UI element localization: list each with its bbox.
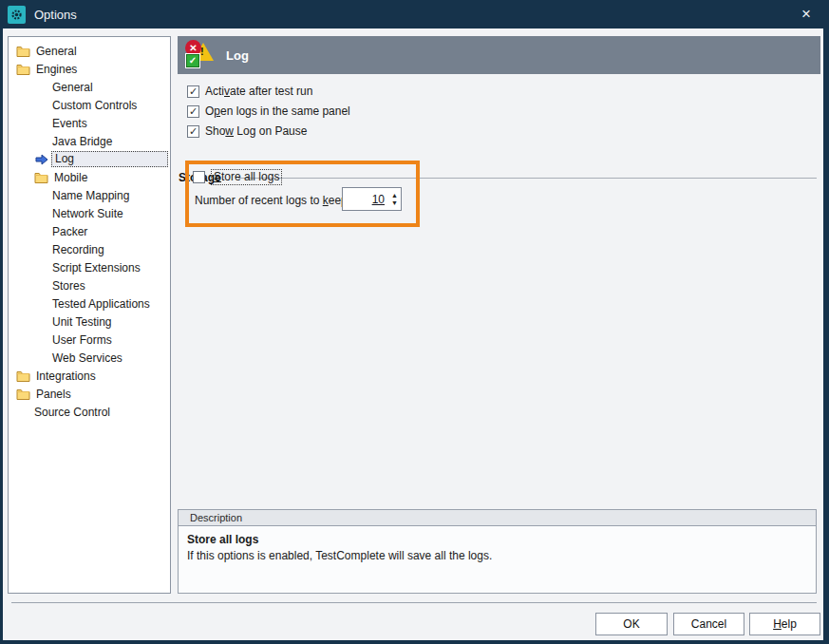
selected-arrow-icon: [35, 153, 48, 166]
tree-item-name-mapping[interactable]: Name Mapping: [9, 186, 170, 204]
checkbox-activate-after-test-run[interactable]: ✓ Activate after test run: [187, 83, 312, 100]
exclamation-glyph: !: [200, 46, 204, 57]
folder-icon: [16, 63, 30, 75]
tree-item-java-bridge[interactable]: Java Bridge: [9, 132, 170, 150]
storage-section-line: [238, 178, 817, 179]
tree-item-integrations[interactable]: Integrations: [9, 367, 170, 385]
recent-logs-spinner[interactable]: 10 ▲ ▼: [342, 187, 402, 211]
recent-logs-label: Number of recent logs to keep:: [195, 194, 350, 207]
tree-item-recording[interactable]: Recording: [9, 240, 170, 258]
cancel-button[interactable]: Cancel: [673, 613, 744, 635]
checkbox-checked-icon[interactable]: ✓: [187, 85, 199, 98]
tree-item-packer[interactable]: Packer: [9, 222, 170, 240]
tree-item-engines[interactable]: Engines: [9, 60, 170, 78]
spin-down-icon[interactable]: ▼: [388, 199, 401, 207]
recent-logs-value[interactable]: 10: [343, 193, 388, 206]
page-header: ! ✕ ✓ Log: [178, 36, 820, 74]
description-header: Description: [179, 510, 816, 526]
footer-separator: [11, 602, 817, 603]
spin-up-icon[interactable]: ▲: [388, 192, 401, 199]
folder-icon: [16, 369, 30, 382]
tree-item-panels[interactable]: Panels: [9, 385, 170, 403]
checkbox-show-log-on-pause[interactable]: ✓ Show Log on Pause: [187, 123, 307, 140]
tree-item-stores[interactable]: Stores: [9, 276, 170, 294]
tree-item-network-suite[interactable]: Network Suite: [9, 204, 170, 222]
checkbox-unchecked-icon[interactable]: [193, 171, 205, 183]
description-text: If this options is enabled, TestComplete…: [187, 549, 816, 562]
titlebar: Options ×: [0, 0, 829, 28]
spinner-arrows: ▲ ▼: [388, 188, 401, 210]
close-button[interactable]: ×: [795, 4, 818, 25]
tree-item-source-control[interactable]: Source Control: [9, 403, 170, 421]
tree-item-engines-general[interactable]: General: [9, 78, 170, 96]
app-gear-icon: [8, 6, 26, 24]
tree-item-custom-controls[interactable]: Custom Controls: [9, 96, 170, 114]
checkbox-store-all-logs[interactable]: Store all logs: [193, 168, 282, 185]
tree-item-mobile[interactable]: Mobile: [9, 168, 170, 186]
success-check-icon: ✓: [186, 54, 199, 67]
log-icon: ! ✕ ✓: [185, 40, 216, 70]
description-title: Store all logs: [187, 533, 816, 546]
page-title: Log: [226, 48, 249, 63]
checkbox-checked-icon[interactable]: ✓: [187, 105, 199, 118]
dialog-body: General Engines General Custom Controls …: [3, 28, 823, 640]
tree-item-user-forms[interactable]: User Forms: [9, 331, 170, 349]
folder-icon: [16, 388, 30, 400]
checkbox-open-logs-same-panel[interactable]: ✓ Open logs in the same panel: [187, 103, 350, 120]
tree-item-general[interactable]: General: [9, 42, 170, 60]
options-tree: General Engines General Custom Controls …: [8, 36, 171, 594]
checkbox-checked-icon[interactable]: ✓: [187, 125, 199, 138]
tree-item-log[interactable]: Log: [9, 150, 170, 168]
help-button[interactable]: Help: [749, 613, 820, 635]
tree-item-events[interactable]: Events: [9, 114, 170, 132]
tree-item-script-extensions[interactable]: Script Extensions: [9, 258, 170, 276]
window-title: Options: [34, 8, 77, 22]
folder-icon: [16, 45, 30, 57]
tree-item-unit-testing[interactable]: Unit Testing: [9, 313, 170, 331]
tree-item-tested-applications[interactable]: Tested Applications: [9, 294, 170, 313]
tree-item-web-services[interactable]: Web Services: [9, 349, 170, 367]
folder-icon: [34, 171, 48, 183]
ok-button[interactable]: OK: [595, 613, 668, 635]
options-dialog: Options × General Engines General Custom…: [0, 0, 829, 644]
description-panel: Description Store all logs If this optio…: [178, 509, 817, 594]
